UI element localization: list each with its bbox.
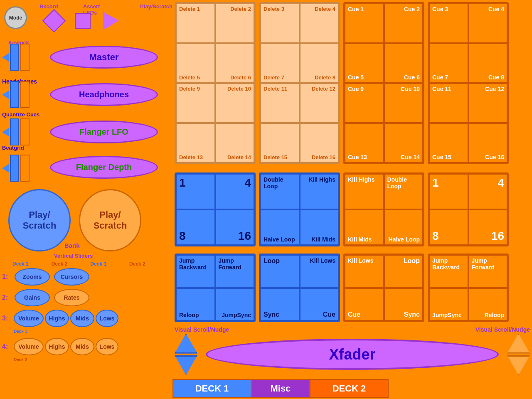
deck2-tab[interactable]: DECK 2	[310, 379, 389, 398]
delete-6-btn[interactable]: Delete 6	[215, 43, 255, 83]
zooms-button[interactable]: Zooms	[15, 268, 50, 286]
cue-16-btn[interactable]: Cue 16	[468, 123, 508, 163]
delete-8-btn[interactable]: Delete 8	[300, 43, 339, 83]
misc-tab[interactable]: Misc	[251, 379, 310, 398]
cue-12-btn[interactable]: Cue 12	[468, 83, 508, 123]
cue-10-btn[interactable]: Cue 10	[384, 83, 424, 123]
cue-11-btn[interactable]: Cue 11	[429, 83, 468, 123]
master-slider-orange[interactable]	[20, 44, 30, 71]
headphones-left-arrow[interactable]	[2, 91, 9, 99]
cue-6-btn[interactable]: Cue 6	[384, 43, 424, 83]
volume-deck2-button[interactable]: Volume	[14, 338, 44, 355]
record-icon[interactable]	[42, 9, 66, 33]
flanger-depth-right-arrow[interactable]	[31, 164, 37, 172]
sync-1-btn[interactable]: Sync	[260, 288, 300, 321]
jump-forward-1-btn[interactable]: Jump Forward	[215, 255, 255, 288]
headphones-right-arrow[interactable]	[31, 91, 37, 99]
loop-16-deck2-btn[interactable]: 16	[468, 209, 508, 245]
double-loop-1-btn[interactable]: Double Loop	[260, 174, 300, 209]
play-scratch-icon[interactable]	[103, 12, 119, 30]
flanger-lfo-slider-blue[interactable]	[10, 118, 19, 145]
scroll-up-left-btn[interactable]	[175, 334, 197, 354]
flanger-lfo-left-arrow[interactable]	[2, 128, 9, 136]
scroll-down-left-btn[interactable]	[175, 355, 197, 375]
flanger-lfo-slider-orange[interactable]	[20, 118, 30, 145]
kill-highs-1-btn[interactable]: Kill Highs	[300, 174, 339, 209]
master-slider-blue[interactable]	[10, 44, 19, 71]
delete-12-btn[interactable]: Delete 12	[300, 83, 339, 123]
jumpsync-2-btn[interactable]: JumpSync	[429, 288, 468, 321]
deck1-tab[interactable]: DECK 1	[172, 379, 251, 398]
cue-8-btn[interactable]: Cue 8	[468, 43, 508, 83]
lows-deck1-button[interactable]: Lows	[96, 310, 118, 327]
headphones-slider-orange[interactable]	[20, 81, 30, 108]
scroll-up-right-btn[interactable]	[507, 334, 530, 354]
assert-leds-icon[interactable]	[75, 13, 91, 29]
delete-4-btn[interactable]: Delete 4	[300, 3, 339, 43]
loop-btn-1[interactable]: Loop	[260, 255, 300, 288]
kill-lows-2-btn[interactable]: Kill Lows	[345, 255, 384, 288]
loop-16-btn[interactable]: 16	[215, 209, 255, 245]
loop-8-btn[interactable]: 8	[176, 209, 215, 245]
kill-mids-1-btn[interactable]: Kill Mids	[300, 209, 339, 245]
kill-highs-2-btn[interactable]: Kill Highs	[345, 174, 384, 209]
delete-5-btn[interactable]: Delete 5	[176, 43, 215, 83]
delete-16-btn[interactable]: Delete 16	[300, 123, 339, 163]
cue-9-btn[interactable]: Cue 9	[345, 83, 384, 123]
reloop-2-btn[interactable]: Reloop	[468, 288, 508, 321]
halve-loop-2-btn[interactable]: Halve Loop	[384, 209, 424, 245]
kill-lows-1-btn[interactable]: Kill Lows	[300, 255, 339, 288]
flanger-depth-slider-orange[interactable]	[20, 155, 30, 182]
double-loop-2-btn[interactable]: Double Loop	[384, 174, 424, 209]
mids-deck2-button[interactable]: Mids	[70, 338, 94, 355]
loop-1-btn[interactable]: 1	[176, 174, 215, 209]
cue-btn-2[interactable]: Cue	[345, 288, 384, 321]
delete-9-btn[interactable]: Delete 9	[176, 83, 215, 123]
flanger-depth-ellipse[interactable]: Flanger Depth	[50, 156, 158, 179]
delete-1-btn[interactable]: Delete 1	[176, 3, 215, 43]
lows-deck2-button[interactable]: Lows	[96, 338, 118, 355]
cue-4-btn[interactable]: Cue 4	[468, 3, 508, 43]
delete-2-btn[interactable]: Delete 2	[215, 3, 255, 43]
flanger-depth-left-arrow[interactable]	[2, 164, 9, 172]
cue-14-btn[interactable]: Cue 14	[384, 123, 424, 163]
delete-15-btn[interactable]: Delete 15	[260, 123, 300, 163]
reloop-1-btn[interactable]: Reloop	[176, 288, 215, 321]
flanger-depth-slider-blue[interactable]	[10, 155, 19, 182]
highs-deck2-button[interactable]: Highs	[45, 338, 69, 355]
delete-10-btn[interactable]: Delete 10	[215, 83, 255, 123]
gains-button[interactable]: Gains	[15, 289, 50, 306]
delete-11-btn[interactable]: Delete 11	[260, 83, 300, 123]
play-scratch-blue-button[interactable]: Play/ Scratch	[8, 189, 71, 251]
master-ellipse[interactable]: Master	[50, 46, 158, 69]
kill-mids-2-btn[interactable]: Kill Mids	[345, 209, 384, 245]
loop-btn-2[interactable]: Loop	[384, 255, 424, 288]
cue-7-btn[interactable]: Cue 7	[429, 43, 468, 83]
jump-backward-1-btn[interactable]: Jump Backward	[176, 255, 215, 288]
master-left-arrow[interactable]	[2, 53, 9, 62]
flanger-lfo-ellipse[interactable]: Flanger LFO	[50, 121, 158, 143]
mids-deck1-button[interactable]: Mids	[70, 310, 94, 327]
headphones-ellipse[interactable]: Headphones	[50, 83, 158, 106]
volume-deck1-button[interactable]: Volume	[14, 310, 44, 327]
cue-btn-1[interactable]: Cue	[300, 288, 339, 321]
cue-1-btn[interactable]: Cue 1	[345, 3, 384, 43]
cue-13-btn[interactable]: Cue 13	[345, 123, 384, 163]
headphones-slider-blue[interactable]	[10, 81, 19, 108]
sync-2-btn[interactable]: Sync	[384, 288, 424, 321]
jump-backward-2-btn[interactable]: Jump Backward	[429, 255, 468, 288]
loop-8-deck2-btn[interactable]: 8	[429, 209, 468, 245]
mode-button[interactable]: Mode	[4, 6, 27, 29]
loop-1-deck2-btn[interactable]: 1	[429, 174, 468, 209]
highs-deck1-button[interactable]: Highs	[45, 310, 69, 327]
master-right-arrow[interactable]	[31, 53, 37, 62]
halve-loop-1-btn[interactable]: Halve Loop	[260, 209, 300, 245]
cue-3-btn[interactable]: Cue 3	[429, 3, 468, 43]
delete-7-btn[interactable]: Delete 7	[260, 43, 300, 83]
delete-14-btn[interactable]: Delete 14	[215, 123, 255, 163]
flanger-lfo-right-arrow[interactable]	[31, 128, 37, 136]
xfader-ellipse[interactable]: Xfader	[206, 339, 499, 370]
cue-15-btn[interactable]: Cue 15	[429, 123, 468, 163]
loop-4-deck2-btn[interactable]: 4	[468, 174, 508, 209]
delete-13-btn[interactable]: Delete 13	[176, 123, 215, 163]
